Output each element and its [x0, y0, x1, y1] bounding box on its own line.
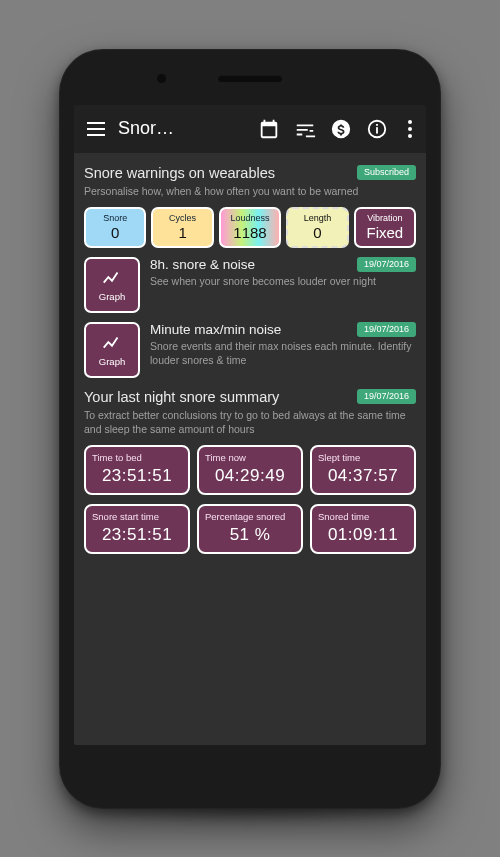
card-value: 23:51:51: [92, 466, 182, 486]
chart-line-icon: [101, 332, 123, 354]
card-label: Snore start time: [92, 511, 182, 522]
overflow-menu-icon[interactable]: [402, 120, 418, 138]
subscribed-badge: Subscribed: [357, 165, 416, 180]
card-snore-start[interactable]: Snore start time 23:51:51: [84, 504, 190, 554]
chip-length[interactable]: Length 0: [286, 207, 348, 248]
graph-date: 19/07/2016: [357, 322, 416, 337]
chip-value: 0: [86, 224, 144, 241]
chip-value: Fixed: [356, 224, 414, 241]
calendar-icon[interactable]: [258, 118, 280, 140]
card-snored-time[interactable]: Snored time 01:09:11: [310, 504, 416, 554]
tune-icon[interactable]: [294, 118, 316, 140]
chip-vibration[interactable]: Vibration Fixed: [354, 207, 416, 248]
card-value: 04:37:57: [318, 466, 408, 486]
graph-row-8h[interactable]: Graph 8h. snore & noise 19/07/2016 See w…: [84, 257, 416, 313]
chip-label: Cycles: [153, 213, 211, 223]
card-label: Percentage snored: [205, 511, 295, 522]
section2-subtitle: To extract better conclusions try to go …: [84, 408, 416, 436]
graph-subtitle: See when your snore becomes louder over …: [150, 274, 416, 288]
section1-title: Snore warnings on wearables: [84, 165, 275, 181]
chip-value: 1188: [221, 224, 279, 241]
card-value: 23:51:51: [92, 525, 182, 545]
card-time-now[interactable]: Time now 04:29:49: [197, 445, 303, 495]
chip-label: Loudness: [221, 213, 279, 223]
content-area: Snore warnings on wearables Subscribed P…: [74, 153, 426, 555]
graph-label: Graph: [99, 291, 125, 302]
phone-sensor: [157, 74, 166, 83]
card-label: Snored time: [318, 511, 408, 522]
chip-snore[interactable]: Snore 0: [84, 207, 146, 248]
summary-row-2: Snore start time 23:51:51 Percentage sno…: [84, 504, 416, 554]
menu-icon[interactable]: [82, 115, 110, 143]
chip-cycles[interactable]: Cycles 1: [151, 207, 213, 248]
phone-speaker: [218, 75, 282, 82]
section2-title: Your last night snore summary: [84, 389, 279, 405]
graph-icon-box: Graph: [84, 257, 140, 313]
card-value: 04:29:49: [205, 466, 295, 486]
card-label: Time now: [205, 452, 295, 463]
graph-icon-box: Graph: [84, 322, 140, 378]
card-time-to-bed[interactable]: Time to bed 23:51:51: [84, 445, 190, 495]
chip-label: Length: [288, 213, 346, 223]
card-value: 01:09:11: [318, 525, 408, 545]
section1-subtitle: Personalise how, when & how often you wa…: [84, 184, 416, 198]
svg-rect-1: [376, 123, 378, 125]
screen: Snore…: [74, 105, 426, 745]
chip-label: Snore: [86, 213, 144, 223]
chip-loudness[interactable]: Loudness 1188: [219, 207, 281, 248]
phone-frame: Snore…: [59, 49, 441, 809]
chip-label: Vibration: [356, 213, 414, 223]
section2-date: 19/07/2016: [357, 389, 416, 404]
warning-chips-row: Snore 0 Cycles 1 Loudness 1188 Length 0: [84, 207, 416, 248]
chip-value: 1: [153, 224, 211, 241]
card-slept-time[interactable]: Slept time 04:37:57: [310, 445, 416, 495]
graph-row-minute[interactable]: Graph Minute max/min noise 19/07/2016 Sn…: [84, 322, 416, 378]
graph-label: Graph: [99, 356, 125, 367]
monetization-icon[interactable]: [330, 118, 352, 140]
graph-date: 19/07/2016: [357, 257, 416, 272]
card-percentage[interactable]: Percentage snored 51 %: [197, 504, 303, 554]
chart-line-icon: [101, 267, 123, 289]
card-label: Slept time: [318, 452, 408, 463]
graph-subtitle: Snore events and their max noises each m…: [150, 339, 416, 367]
info-icon[interactable]: [366, 118, 388, 140]
app-title: Snore…: [118, 118, 180, 139]
card-label: Time to bed: [92, 452, 182, 463]
summary-row-1: Time to bed 23:51:51 Time now 04:29:49 S…: [84, 445, 416, 495]
card-value: 51 %: [205, 525, 295, 545]
chip-value: 0: [288, 224, 346, 241]
svg-rect-0: [376, 127, 378, 133]
app-toolbar: Snore…: [74, 105, 426, 153]
